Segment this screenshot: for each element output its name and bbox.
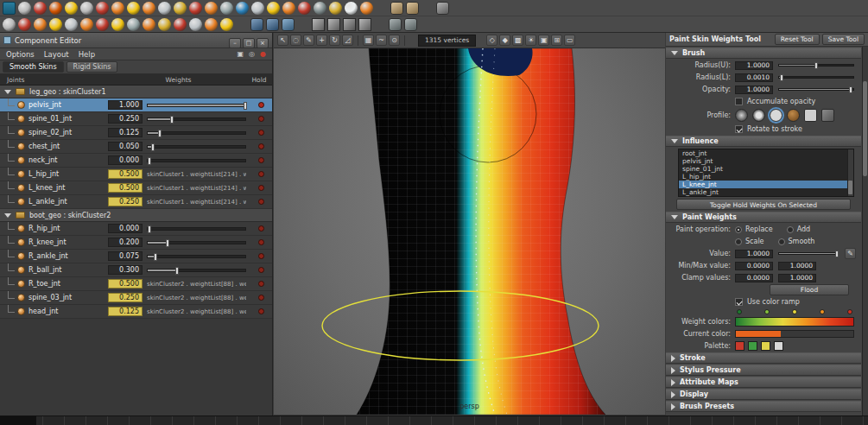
save-icon[interactable]: ▣	[237, 50, 244, 58]
shelf-sphere-icon[interactable]	[143, 2, 155, 15]
column-header-hold[interactable]: Hold	[246, 76, 272, 84]
shelf-sphere-icon[interactable]	[329, 2, 342, 15]
weight-value-field[interactable]: 0.500	[108, 169, 143, 179]
weight-value-field[interactable]: 0.000	[108, 224, 143, 233]
table-row[interactable]: L_ankle_jnt0.250skinCluster1 . weightLis…	[0, 195, 272, 209]
brush-file-icon[interactable]	[821, 109, 834, 122]
lasso-tool-icon[interactable]: ◌	[290, 35, 301, 46]
textured-icon[interactable]: ▩	[512, 35, 523, 46]
shelf-tool-icon[interactable]	[390, 2, 403, 15]
shelf-sphere-icon[interactable]	[49, 2, 62, 15]
weight-value-field[interactable]: 0.300	[108, 265, 143, 275]
paint-tool-icon[interactable]: ✎	[303, 35, 314, 46]
table-row[interactable]: head_jnt0.125skinCluster2 . weightList[8…	[0, 305, 272, 319]
hold-toggle[interactable]	[258, 239, 264, 245]
table-group-header[interactable]: leg_geo : skinCluster1	[0, 86, 272, 98]
shelf-sphere-icon[interactable]	[345, 2, 358, 15]
shelf-sphere-icon[interactable]	[251, 2, 264, 15]
wireframe-icon[interactable]: ◇	[486, 35, 497, 46]
ramp-handle-icon[interactable]	[847, 309, 852, 314]
weight-value-field[interactable]: 0.125	[108, 307, 143, 316]
shelf-sphere-icon[interactable]	[3, 18, 16, 31]
column-header-weights[interactable]: Weights	[111, 76, 246, 84]
section-header-influence[interactable]: Influence	[666, 136, 861, 147]
influence-list-item[interactable]: L_ankle_jnt	[679, 188, 853, 196]
menu-layout[interactable]: Layout	[44, 50, 69, 59]
shelf-sphere-icon[interactable]	[314, 2, 326, 15]
shelf-sphere-icon[interactable]	[205, 2, 218, 15]
reset-tool-button[interactable]: Reset Tool	[775, 34, 820, 45]
weight-value-field[interactable]: 0.250	[108, 293, 143, 302]
opacity-slider[interactable]	[778, 88, 854, 91]
minimize-button[interactable]: –	[229, 38, 241, 48]
resolution-gate-icon[interactable]: ▭	[564, 35, 575, 46]
snap-grid-icon[interactable]: ▦	[363, 35, 374, 46]
section-header-attribute-maps[interactable]: Attribute Maps	[666, 377, 861, 388]
weight-value-field[interactable]: 0.500	[108, 183, 143, 193]
hold-toggle[interactable]	[258, 253, 264, 259]
shelf-sphere-icon[interactable]	[236, 2, 249, 15]
weight-value-field[interactable]: 0.250	[108, 114, 143, 124]
color-swatch[interactable]	[735, 341, 744, 351]
table-row[interactable]: chest_jnt0.050	[0, 140, 272, 154]
maximize-button[interactable]: □	[243, 38, 255, 48]
weight-slider[interactable]	[147, 117, 246, 121]
section-header-brush-presets[interactable]: Brush Presets	[666, 401, 861, 412]
lighting-icon[interactable]: ☀	[525, 35, 536, 46]
poly-cube-icon[interactable]	[327, 18, 340, 31]
hold-toggle[interactable]	[258, 281, 264, 287]
table-row[interactable]: R_toe_jnt0.500skinCluster2 . weightList[…	[0, 277, 272, 291]
shelf-sphere-icon[interactable]	[127, 2, 140, 15]
table-row[interactable]: spine_03_jnt0.250skinCluster2 . weightLi…	[0, 291, 272, 305]
hold-toggle[interactable]	[258, 308, 264, 314]
table-row[interactable]: spine_02_jnt0.125	[0, 126, 272, 140]
snap-point-icon[interactable]: ⊙	[389, 35, 400, 46]
section-header-display[interactable]: Display	[666, 389, 861, 400]
operation-replace-radio[interactable]	[735, 226, 742, 233]
table-group-header[interactable]: boot_geo : skinCluster2	[0, 209, 272, 222]
min-value-field[interactable]: 0.0000	[735, 262, 773, 270]
live-toggle-icon[interactable]: ●	[260, 50, 266, 58]
shelf-sphere-icon[interactable]	[111, 2, 124, 15]
shelf-sphere-icon[interactable]	[220, 18, 233, 31]
weight-value-field[interactable]: 0.075	[108, 251, 143, 261]
weight-slider[interactable]	[147, 241, 246, 244]
weight-slider[interactable]	[147, 159, 246, 162]
isolate-select-icon[interactable]: ▣	[538, 35, 549, 46]
clamp-min-field[interactable]: 0.0000	[735, 274, 773, 282]
shelf-sphere-icon[interactable]	[111, 18, 124, 31]
shelf-sphere-icon[interactable]	[174, 18, 187, 31]
radius-u-field[interactable]: 1.0000	[735, 61, 773, 70]
rotate-to-stroke-checkbox[interactable]	[735, 125, 743, 133]
shelf-sphere-icon[interactable]	[80, 18, 93, 31]
rotate-tool-icon[interactable]: ↻	[329, 35, 340, 46]
shelf-tool-icon[interactable]	[406, 2, 419, 15]
current-color-bar[interactable]	[735, 330, 854, 338]
weight-slider[interactable]	[147, 227, 246, 231]
table-row[interactable]: R_hip_jnt0.000	[0, 222, 272, 236]
operation-scale-radio[interactable]	[735, 238, 742, 245]
toggle-hold-weights-button[interactable]: Toggle Hold Weights On Selected	[676, 199, 851, 210]
value-field[interactable]: 1.0000	[735, 250, 773, 258]
weight-color-ramp[interactable]	[735, 317, 854, 327]
maya-logo-icon[interactable]	[3, 2, 16, 15]
grid-toggle-icon[interactable]: ⊞	[551, 35, 562, 46]
shelf-tool-icon[interactable]	[404, 18, 417, 31]
radius-l-field[interactable]: 0.0010	[735, 73, 773, 82]
panel-layout-icon[interactable]	[266, 18, 279, 31]
component-editor-titlebar[interactable]: Component Editor –□×	[0, 33, 272, 48]
ramp-handle-icon[interactable]	[737, 309, 742, 314]
influence-list-item[interactable]: pelvis_jnt	[679, 157, 853, 165]
shelf-sphere-icon[interactable]	[220, 2, 233, 15]
shelf-tool-icon[interactable]	[436, 2, 449, 15]
radius-u-slider[interactable]	[778, 64, 854, 67]
brush-hard-icon[interactable]	[770, 109, 782, 122]
shelf-sphere-icon[interactable]	[127, 18, 140, 31]
table-row[interactable]: R_knee_jnt0.200	[0, 236, 272, 250]
weight-value-field[interactable]: 0.050	[108, 142, 143, 151]
shelf-sphere-icon[interactable]	[158, 18, 171, 31]
influence-list-scrollbar[interactable]	[847, 149, 853, 196]
hold-toggle[interactable]	[258, 199, 264, 205]
move-tool-icon[interactable]: +	[316, 35, 327, 46]
poly-cube-icon[interactable]	[312, 18, 325, 31]
